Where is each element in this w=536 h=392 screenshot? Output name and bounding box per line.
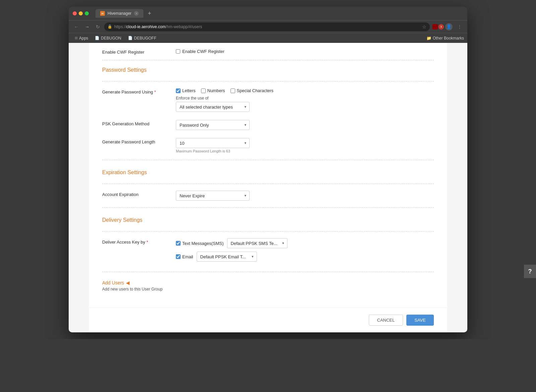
bookmarks-bar: ⊞ Apps 📄 DEBUGON 📄 DEBUGOFF 📁 Other Book… bbox=[69, 33, 467, 43]
folder-icon: 📁 bbox=[426, 36, 431, 41]
enforce-sub-label: Enforce the use of bbox=[176, 96, 434, 101]
forward-button[interactable]: → bbox=[83, 22, 91, 31]
extensions-icon[interactable]: 1 bbox=[434, 22, 443, 31]
email-checkbox-item[interactable]: Email bbox=[176, 254, 193, 259]
tab-close-button[interactable]: × bbox=[134, 11, 139, 16]
help-button[interactable]: ? bbox=[524, 265, 536, 278]
cwf-register-checkbox[interactable] bbox=[176, 49, 180, 54]
letters-label: Letters bbox=[182, 88, 196, 93]
psk-label: PSK Generation Method bbox=[102, 120, 176, 126]
special-checkbox-item[interactable]: Special Characters bbox=[230, 88, 274, 93]
add-users-link[interactable]: Add Users ◀ bbox=[102, 280, 434, 285]
url-domain: cloud-ie.aerohive.com bbox=[126, 24, 165, 29]
footer-buttons: CANCEL SAVE bbox=[89, 308, 447, 332]
letters-checkbox[interactable] bbox=[176, 88, 181, 93]
special-label: Special Characters bbox=[237, 88, 274, 93]
add-users-arrow: ◀ bbox=[126, 280, 130, 285]
deliver-access-key-label: Deliver Access Key by * bbox=[102, 238, 176, 245]
add-users-title: Add Users bbox=[102, 280, 124, 285]
apps-grid-icon: ⊞ bbox=[75, 36, 78, 40]
letters-checkbox-item[interactable]: Letters bbox=[176, 88, 196, 93]
expiration-settings-title: Expiration Settings bbox=[102, 163, 434, 181]
psk-select[interactable]: Password Only QR Code Both bbox=[176, 120, 250, 130]
add-users-section: Add Users ◀ Add new users to this User G… bbox=[102, 275, 434, 294]
length-select[interactable]: 6 7 8 9 10 12 16 63 bbox=[176, 138, 250, 148]
profile-icon[interactable]: 👤 bbox=[445, 22, 453, 31]
save-button[interactable]: SAVE bbox=[406, 315, 434, 326]
account-expiration-label: Account Expiration bbox=[102, 191, 176, 197]
password-settings-title: Password Settings bbox=[102, 60, 434, 78]
nav-icons: 1 👤 ⋮ bbox=[434, 22, 464, 31]
cwf-checkbox-wrapper: Enable CWF Register bbox=[176, 49, 434, 54]
deliver-access-key-control: Text Messages(SMS) Default PPSK SMS Te..… bbox=[176, 238, 434, 265]
bookmark-debugoff[interactable]: 📄 DEBUGOFF bbox=[125, 35, 159, 42]
close-button[interactable] bbox=[73, 11, 77, 15]
account-expiration-row: Account Expiration Never Expire 1 Day 7 … bbox=[102, 187, 434, 205]
generate-password-label-text: Generate Password Using bbox=[102, 89, 153, 94]
bookmark-debugon-label: DEBUGON bbox=[101, 36, 121, 41]
enforce-select-wrapper: All selected character types Password On… bbox=[176, 102, 250, 112]
bookmark-star-icon[interactable]: ☆ bbox=[422, 24, 426, 29]
debugoff-file-icon: 📄 bbox=[128, 36, 133, 40]
special-checkbox[interactable] bbox=[230, 88, 235, 93]
generate-password-control: Letters Numbers Special Characters Enfor… bbox=[176, 88, 434, 112]
tab-bar: H Hivemanager × + bbox=[95, 9, 463, 18]
email-delivery-row: Email Default PPSK Email T... bbox=[176, 252, 434, 262]
bookmark-debugon[interactable]: 📄 DEBUGON bbox=[92, 35, 124, 42]
main-area: Enable CWF Register Enable CWF Register … bbox=[89, 43, 447, 308]
cwf-label-text: Enable CWF Register bbox=[102, 50, 144, 55]
debugon-file-icon: 📄 bbox=[95, 36, 99, 40]
expiration-select-wrapper: Never Expire 1 Day 7 Days 30 Days 90 Day… bbox=[176, 191, 250, 201]
expiration-select[interactable]: Never Expire 1 Day 7 Days 30 Days 90 Day… bbox=[176, 191, 250, 201]
sms-template-select[interactable]: Default PPSK SMS Te... bbox=[227, 238, 287, 248]
section-divider-1 bbox=[102, 81, 434, 81]
reload-button[interactable]: ↻ bbox=[93, 22, 102, 31]
length-select-wrapper: 6 7 8 9 10 12 16 63 bbox=[176, 138, 250, 148]
email-checkbox[interactable] bbox=[176, 254, 181, 259]
maximize-button[interactable] bbox=[85, 11, 89, 15]
numbers-checkbox[interactable] bbox=[201, 88, 206, 93]
password-checkboxes: Letters Numbers Special Characters bbox=[176, 88, 434, 93]
other-bookmarks[interactable]: 📁 Other Bookmarks bbox=[426, 36, 464, 41]
sms-delivery-row: Text Messages(SMS) Default PPSK SMS Te..… bbox=[176, 238, 434, 248]
section-divider-2 bbox=[102, 160, 434, 160]
numbers-checkbox-item[interactable]: Numbers bbox=[201, 88, 225, 93]
psk-generation-row: PSK Generation Method Password Only QR C… bbox=[102, 116, 434, 134]
generate-password-row: Generate Password Using * Letters Number… bbox=[102, 84, 434, 116]
account-expiration-control: Never Expire 1 Day 7 Days 30 Days 90 Day… bbox=[176, 191, 434, 201]
title-bar: H Hivemanager × + bbox=[69, 7, 467, 20]
enforce-select[interactable]: All selected character types Password On… bbox=[176, 102, 250, 112]
sms-label: Text Messages(SMS) bbox=[182, 241, 224, 246]
secure-icon: 🔒 bbox=[108, 24, 112, 29]
url-display: https://cloud-ie.aerohive.com/hm-webapp/… bbox=[114, 24, 202, 29]
sms-checkbox-item[interactable]: Text Messages(SMS) bbox=[176, 241, 224, 246]
address-bar[interactable]: 🔒 https://cloud-ie.aerohive.com/hm-webap… bbox=[104, 22, 430, 31]
back-button[interactable]: ← bbox=[72, 22, 81, 31]
email-template-select-wrapper: Default PPSK Email T... bbox=[197, 252, 257, 262]
psk-control: Password Only QR Code Both bbox=[176, 120, 434, 130]
password-length-control: 6 7 8 9 10 12 16 63 Maximum Password Len… bbox=[176, 138, 434, 153]
delivery-settings-title: Delivery Settings bbox=[102, 210, 434, 228]
section-divider-6 bbox=[102, 272, 434, 272]
bookmark-apps[interactable]: ⊞ Apps bbox=[72, 35, 91, 42]
traffic-lights bbox=[73, 11, 89, 15]
minimize-button[interactable] bbox=[79, 11, 83, 15]
url-path: /hm-webapp/#/users bbox=[165, 24, 202, 29]
add-users-description: Add new users to this User Group bbox=[102, 287, 434, 291]
bookmark-debugoff-label: DEBUGOFF bbox=[134, 36, 156, 41]
cwf-register-row: Enable CWF Register Enable CWF Register bbox=[102, 43, 434, 60]
email-template-select[interactable]: Default PPSK Email T... bbox=[197, 252, 257, 262]
deliver-label-text: Deliver Access Key by bbox=[102, 240, 145, 245]
tab-favicon: H bbox=[100, 11, 105, 16]
new-tab-button[interactable]: + bbox=[145, 9, 153, 17]
deliver-required: * bbox=[146, 240, 148, 245]
url-protocol: https:// bbox=[114, 24, 126, 29]
cwf-register-checkbox-label[interactable]: Enable CWF Register bbox=[182, 49, 224, 54]
password-length-label: Generate Password Length bbox=[102, 138, 176, 144]
active-tab[interactable]: H Hivemanager × bbox=[95, 9, 143, 18]
menu-button[interactable]: ⋮ bbox=[455, 22, 464, 31]
sms-checkbox[interactable] bbox=[176, 241, 181, 246]
email-label: Email bbox=[182, 254, 193, 259]
bookmark-apps-label: Apps bbox=[79, 36, 88, 41]
cancel-button[interactable]: CANCEL bbox=[369, 315, 403, 326]
